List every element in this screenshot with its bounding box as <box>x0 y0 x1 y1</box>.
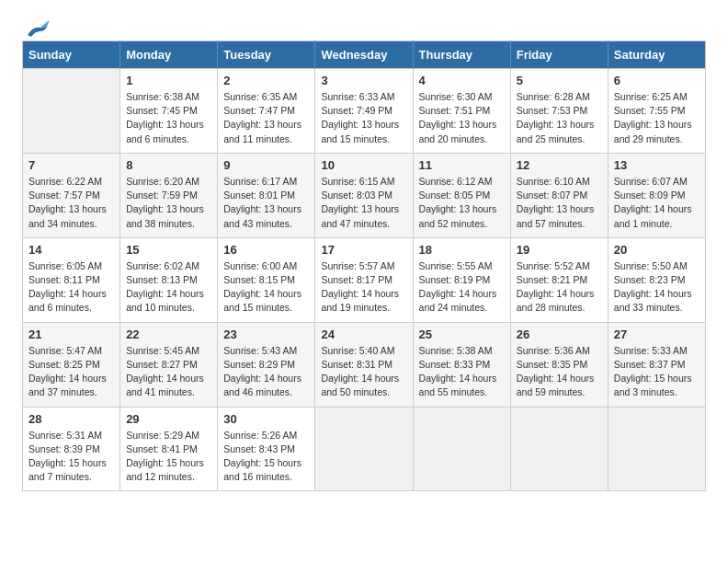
calendar-cell: 25Sunrise: 5:38 AM Sunset: 8:33 PM Dayli… <box>413 322 510 407</box>
day-info: Sunrise: 6:38 AM Sunset: 7:45 PM Dayligh… <box>126 90 211 146</box>
calendar-cell: 18Sunrise: 5:55 AM Sunset: 8:19 PM Dayli… <box>413 237 510 322</box>
calendar-cell <box>23 69 120 154</box>
day-number: 14 <box>28 243 114 257</box>
day-info: Sunrise: 5:36 AM Sunset: 8:35 PM Dayligh… <box>517 344 602 400</box>
day-number: 19 <box>517 243 602 257</box>
calendar-cell: 11Sunrise: 6:12 AM Sunset: 8:05 PM Dayli… <box>413 153 510 237</box>
day-info: Sunrise: 6:30 AM Sunset: 7:51 PM Dayligh… <box>419 90 505 146</box>
day-info: Sunrise: 5:26 AM Sunset: 8:43 PM Dayligh… <box>223 429 309 485</box>
logo-bird-icon <box>24 18 50 39</box>
logo <box>22 18 50 35</box>
day-number: 28 <box>28 412 114 426</box>
calendar-cell: 8Sunrise: 6:20 AM Sunset: 7:59 PM Daylig… <box>120 153 218 237</box>
calendar-week-row: 1Sunrise: 6:38 AM Sunset: 7:45 PM Daylig… <box>23 69 706 154</box>
calendar-header-wednesday: Wednesday <box>315 41 413 69</box>
day-number: 10 <box>321 158 406 172</box>
calendar-cell: 16Sunrise: 6:00 AM Sunset: 8:15 PM Dayli… <box>218 237 315 322</box>
day-number: 21 <box>28 327 114 341</box>
day-number: 8 <box>126 158 211 172</box>
day-info: Sunrise: 6:07 AM Sunset: 8:09 PM Dayligh… <box>614 175 700 231</box>
day-number: 4 <box>419 74 505 87</box>
day-number: 1 <box>126 74 211 87</box>
day-number: 20 <box>614 243 700 257</box>
calendar-cell: 13Sunrise: 6:07 AM Sunset: 8:09 PM Dayli… <box>608 153 705 237</box>
calendar-header-row: SundayMondayTuesdayWednesdayThursdayFrid… <box>23 41 706 69</box>
calendar-cell: 14Sunrise: 6:05 AM Sunset: 8:11 PM Dayli… <box>23 237 120 322</box>
day-info: Sunrise: 5:50 AM Sunset: 8:23 PM Dayligh… <box>614 259 700 316</box>
day-number: 7 <box>28 158 114 172</box>
calendar-cell: 15Sunrise: 6:02 AM Sunset: 8:13 PM Dayli… <box>120 237 218 322</box>
calendar-week-row: 21Sunrise: 5:47 AM Sunset: 8:25 PM Dayli… <box>23 322 706 407</box>
day-info: Sunrise: 5:52 AM Sunset: 8:21 PM Dayligh… <box>517 259 602 316</box>
day-number: 25 <box>419 327 505 341</box>
calendar-cell: 3Sunrise: 6:33 AM Sunset: 7:49 PM Daylig… <box>315 69 413 154</box>
day-info: Sunrise: 6:25 AM Sunset: 7:55 PM Dayligh… <box>614 90 700 146</box>
calendar-cell: 27Sunrise: 5:33 AM Sunset: 8:37 PM Dayli… <box>608 322 705 407</box>
calendar-cell <box>413 407 510 491</box>
day-info: Sunrise: 5:31 AM Sunset: 8:39 PM Dayligh… <box>28 429 114 485</box>
day-number: 18 <box>419 243 505 257</box>
calendar-header-sunday: Sunday <box>23 41 120 69</box>
day-info: Sunrise: 6:05 AM Sunset: 8:11 PM Dayligh… <box>28 259 114 316</box>
calendar-cell: 29Sunrise: 5:29 AM Sunset: 8:41 PM Dayli… <box>120 407 218 491</box>
calendar-cell: 5Sunrise: 6:28 AM Sunset: 7:53 PM Daylig… <box>510 69 608 154</box>
day-info: Sunrise: 5:33 AM Sunset: 8:37 PM Dayligh… <box>614 344 700 400</box>
calendar-cell: 19Sunrise: 5:52 AM Sunset: 8:21 PM Dayli… <box>510 237 608 322</box>
calendar-cell: 1Sunrise: 6:38 AM Sunset: 7:45 PM Daylig… <box>120 69 218 154</box>
day-number: 22 <box>126 327 211 341</box>
day-info: Sunrise: 5:29 AM Sunset: 8:41 PM Dayligh… <box>126 429 211 485</box>
day-info: Sunrise: 6:00 AM Sunset: 8:15 PM Dayligh… <box>223 259 309 316</box>
calendar-cell: 6Sunrise: 6:25 AM Sunset: 7:55 PM Daylig… <box>608 69 705 154</box>
day-info: Sunrise: 5:57 AM Sunset: 8:17 PM Dayligh… <box>321 259 406 316</box>
calendar-cell: 10Sunrise: 6:15 AM Sunset: 8:03 PM Dayli… <box>315 153 413 237</box>
day-number: 2 <box>223 74 309 87</box>
day-number: 6 <box>614 74 700 87</box>
day-info: Sunrise: 6:02 AM Sunset: 8:13 PM Dayligh… <box>126 259 211 316</box>
day-number: 11 <box>419 158 505 172</box>
calendar-header-thursday: Thursday <box>413 41 510 69</box>
calendar-table: SundayMondayTuesdayWednesdayThursdayFrid… <box>22 40 706 491</box>
day-info: Sunrise: 6:10 AM Sunset: 8:07 PM Dayligh… <box>517 175 602 231</box>
day-number: 27 <box>614 327 700 341</box>
calendar-cell: 30Sunrise: 5:26 AM Sunset: 8:43 PM Dayli… <box>218 407 315 491</box>
day-number: 9 <box>223 158 309 172</box>
day-number: 15 <box>126 243 211 257</box>
calendar-week-row: 7Sunrise: 6:22 AM Sunset: 7:57 PM Daylig… <box>23 153 706 237</box>
calendar-cell <box>510 407 608 491</box>
calendar-cell: 21Sunrise: 5:47 AM Sunset: 8:25 PM Dayli… <box>23 322 120 407</box>
day-info: Sunrise: 5:47 AM Sunset: 8:25 PM Dayligh… <box>28 344 114 400</box>
day-number: 13 <box>614 158 700 172</box>
calendar-cell: 24Sunrise: 5:40 AM Sunset: 8:31 PM Dayli… <box>315 322 413 407</box>
calendar-header-tuesday: Tuesday <box>218 41 315 69</box>
day-info: Sunrise: 6:12 AM Sunset: 8:05 PM Dayligh… <box>419 175 505 231</box>
day-info: Sunrise: 5:45 AM Sunset: 8:27 PM Dayligh… <box>126 344 211 400</box>
day-number: 24 <box>321 327 406 341</box>
day-number: 17 <box>321 243 406 257</box>
calendar-cell <box>608 407 705 491</box>
calendar-cell: 28Sunrise: 5:31 AM Sunset: 8:39 PM Dayli… <box>23 407 120 491</box>
header <box>22 18 706 35</box>
day-number: 16 <box>223 243 309 257</box>
calendar-cell: 17Sunrise: 5:57 AM Sunset: 8:17 PM Dayli… <box>315 237 413 322</box>
calendar-cell: 23Sunrise: 5:43 AM Sunset: 8:29 PM Dayli… <box>218 322 315 407</box>
calendar-cell: 22Sunrise: 5:45 AM Sunset: 8:27 PM Dayli… <box>120 322 218 407</box>
calendar-week-row: 28Sunrise: 5:31 AM Sunset: 8:39 PM Dayli… <box>23 407 706 491</box>
calendar-cell <box>315 407 413 491</box>
calendar-cell: 20Sunrise: 5:50 AM Sunset: 8:23 PM Dayli… <box>608 237 705 322</box>
day-number: 30 <box>223 412 309 426</box>
day-info: Sunrise: 5:43 AM Sunset: 8:29 PM Dayligh… <box>223 344 309 400</box>
calendar-cell: 7Sunrise: 6:22 AM Sunset: 7:57 PM Daylig… <box>23 153 120 237</box>
day-info: Sunrise: 5:38 AM Sunset: 8:33 PM Dayligh… <box>419 344 505 400</box>
calendar-cell: 9Sunrise: 6:17 AM Sunset: 8:01 PM Daylig… <box>218 153 315 237</box>
day-info: Sunrise: 6:20 AM Sunset: 7:59 PM Dayligh… <box>126 175 211 231</box>
day-info: Sunrise: 6:35 AM Sunset: 7:47 PM Dayligh… <box>223 90 309 146</box>
calendar-header-saturday: Saturday <box>608 41 705 69</box>
calendar-cell: 2Sunrise: 6:35 AM Sunset: 7:47 PM Daylig… <box>218 69 315 154</box>
day-info: Sunrise: 6:22 AM Sunset: 7:57 PM Dayligh… <box>28 175 114 231</box>
day-info: Sunrise: 6:15 AM Sunset: 8:03 PM Dayligh… <box>321 175 406 231</box>
day-info: Sunrise: 6:17 AM Sunset: 8:01 PM Dayligh… <box>223 175 309 231</box>
calendar-week-row: 14Sunrise: 6:05 AM Sunset: 8:11 PM Dayli… <box>23 237 706 322</box>
calendar-cell: 4Sunrise: 6:30 AM Sunset: 7:51 PM Daylig… <box>413 69 510 154</box>
day-info: Sunrise: 5:55 AM Sunset: 8:19 PM Dayligh… <box>419 259 505 316</box>
calendar-header-friday: Friday <box>510 41 608 69</box>
